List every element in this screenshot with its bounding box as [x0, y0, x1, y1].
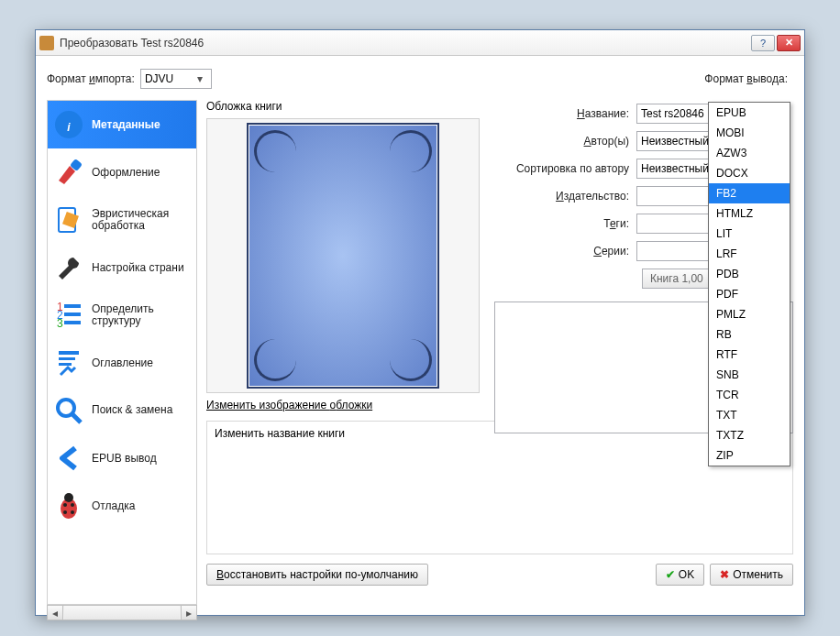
- dropdown-item-azw3[interactable]: AZW3: [709, 143, 790, 163]
- import-format-value: DJVU: [145, 72, 173, 85]
- change-cover-label: Изменить изображение обложки: [206, 399, 481, 411]
- dropdown-item-pmlz[interactable]: PMLZ: [709, 304, 790, 324]
- scroll-left-icon[interactable]: ◂: [48, 606, 63, 620]
- dropdown-item-zip[interactable]: ZIP: [709, 445, 790, 466]
- app-icon: [39, 36, 54, 50]
- title-label: Название:: [494, 107, 636, 120]
- center-panel: Обложка книги Изменить изображение облож…: [197, 100, 793, 620]
- sidebar-item-debug[interactable]: Отладка: [48, 482, 196, 530]
- dropdown-item-tcr[interactable]: TCR: [709, 385, 790, 405]
- sidebar-scrollbar[interactable]: ◂ ▸: [47, 605, 197, 620]
- svg-rect-10: [64, 321, 81, 324]
- sidebar-item-label: Оформление: [92, 166, 160, 179]
- book-title-placeholder: Изменить название книги: [215, 427, 345, 440]
- content: Формат импорта: DJVU ▾ Формат вывода: i …: [36, 56, 804, 615]
- topbar: Формат импорта: DJVU ▾ Формат вывода:: [47, 67, 793, 91]
- dropdown-item-lrf[interactable]: LRF: [709, 244, 790, 264]
- scroll-right-icon[interactable]: ▸: [181, 606, 196, 620]
- sidebar: i Метаданные Оформление Эвристическая об…: [47, 100, 197, 605]
- sidebar-item-label: Метаданные: [92, 118, 160, 131]
- structure-icon: 123: [53, 300, 84, 331]
- heuristic-icon: [53, 204, 84, 236]
- dropdown-item-txtz[interactable]: TXTZ: [709, 425, 790, 445]
- sidebar-item-look[interactable]: Оформление: [48, 148, 196, 196]
- cover-panel: Обложка книги Изменить изображение облож…: [206, 100, 481, 411]
- brush-icon: [53, 157, 84, 188]
- restore-defaults-button[interactable]: Восстановить настройки по-умолчанию: [206, 564, 428, 586]
- tags-label: Теги:: [494, 217, 636, 230]
- sidebar-item-metadata[interactable]: i Метаданные: [48, 101, 196, 148]
- restore-defaults-label: Восстановить настройки по-умолчанию: [216, 568, 418, 581]
- dropdown-item-mobi[interactable]: MOBI: [709, 123, 790, 143]
- sidebar-item-label: EPUB вывод: [92, 452, 157, 465]
- book-title-area[interactable]: Изменить название книги: [206, 421, 793, 554]
- svg-rect-12: [59, 357, 75, 360]
- dropdown-item-snb[interactable]: SNB: [709, 365, 790, 385]
- cover-frame: [206, 118, 480, 393]
- bottom-bar: Восстановить настройки по-умолчанию ✔ OK…: [206, 562, 793, 587]
- publisher-label: Издательство:: [494, 190, 636, 203]
- sidebar-item-label: Определить структуру: [92, 303, 191, 327]
- sort-label: Сортировка по автору: [494, 162, 636, 175]
- svg-rect-9: [64, 313, 81, 316]
- dropdown-item-rb[interactable]: RB: [709, 324, 790, 345]
- sidebar-item-label: Оглавление: [92, 356, 153, 369]
- titlebar: Преобразовать Test rs20846 ? ✕: [36, 30, 804, 56]
- center-top: Обложка книги Изменить изображение облож…: [206, 100, 793, 411]
- svg-rect-13: [59, 363, 72, 366]
- svg-point-18: [63, 503, 67, 507]
- svg-line-15: [72, 413, 81, 422]
- import-format-combo[interactable]: DJVU ▾: [140, 69, 212, 89]
- sidebar-item-label: Настройка страни: [92, 261, 184, 274]
- dropdown-item-rtf[interactable]: RTF: [709, 345, 790, 365]
- close-button[interactable]: ✕: [777, 35, 801, 51]
- dropdown-item-epub[interactable]: EPUB: [709, 103, 790, 123]
- cancel-button[interactable]: ✖ Отменить: [710, 564, 793, 586]
- sidebar-item-heuristic[interactable]: Эвристическая обработка: [48, 196, 196, 244]
- scroll-thumb[interactable]: [64, 606, 180, 620]
- main-area: i Метаданные Оформление Эвристическая об…: [47, 100, 793, 620]
- dropdown-item-docx[interactable]: DOCX: [709, 163, 790, 183]
- toc-icon: [53, 347, 84, 378]
- cover-image[interactable]: [247, 123, 439, 389]
- svg-point-20: [63, 510, 67, 514]
- import-format-label: Формат импорта:: [47, 72, 135, 85]
- cover-label: Обложка книги: [206, 100, 481, 113]
- sidebar-item-structure[interactable]: 123 Определить структуру: [48, 291, 196, 339]
- window-title: Преобразовать Test rs20846: [60, 37, 749, 49]
- dialog-window: Преобразовать Test rs20846 ? ✕ Формат им…: [35, 29, 805, 616]
- sidebar-item-toc[interactable]: Оглавление: [48, 339, 196, 387]
- svg-point-21: [71, 510, 74, 514]
- svg-rect-11: [59, 351, 79, 355]
- svg-text:3: 3: [57, 317, 63, 330]
- output-format-dropdown[interactable]: EPUBMOBIAZW3DOCXFB2HTMLZLITLRFPDBPDFPMLZ…: [708, 102, 790, 466]
- dropdown-item-pdf[interactable]: PDF: [709, 284, 790, 304]
- authors-label: Автор(ы): [494, 135, 636, 148]
- metadata-form: Название: Test rs20846 Автор(ы) Неизвест…: [494, 100, 793, 411]
- sidebar-item-page[interactable]: Настройка страни: [48, 244, 196, 291]
- sidebar-item-label: Отладка: [92, 499, 135, 512]
- svg-rect-8: [64, 304, 81, 308]
- help-button[interactable]: ?: [751, 35, 775, 51]
- sidebar-wrap: i Метаданные Оформление Эвристическая об…: [47, 100, 197, 620]
- dropdown-item-htmlz[interactable]: HTMLZ: [709, 203, 790, 224]
- dropdown-item-txt[interactable]: TXT: [709, 405, 790, 425]
- tools-icon: [53, 252, 84, 283]
- cancel-icon: ✖: [720, 568, 729, 581]
- chevron-down-icon: ▾: [193, 72, 207, 85]
- info-icon: i: [53, 109, 84, 140]
- chevron-left-icon: [53, 443, 84, 474]
- sidebar-item-search[interactable]: Поиск & замена: [48, 387, 196, 434]
- svg-point-19: [71, 503, 74, 507]
- sidebar-item-epub[interactable]: EPUB вывод: [48, 434, 196, 482]
- dropdown-item-pdb[interactable]: PDB: [709, 264, 790, 284]
- sidebar-item-label: Эвристическая обработка: [92, 208, 191, 232]
- dropdown-item-lit[interactable]: LIT: [709, 224, 790, 244]
- check-icon: ✔: [666, 568, 675, 581]
- ok-button[interactable]: ✔ OK: [656, 564, 704, 586]
- search-icon: [53, 395, 84, 426]
- output-format-label: Формат вывода:: [704, 72, 788, 85]
- series-index-button[interactable]: Книга 1,00: [642, 269, 712, 289]
- dropdown-item-fb2[interactable]: FB2: [709, 183, 790, 203]
- series-label: Серии:: [494, 245, 636, 258]
